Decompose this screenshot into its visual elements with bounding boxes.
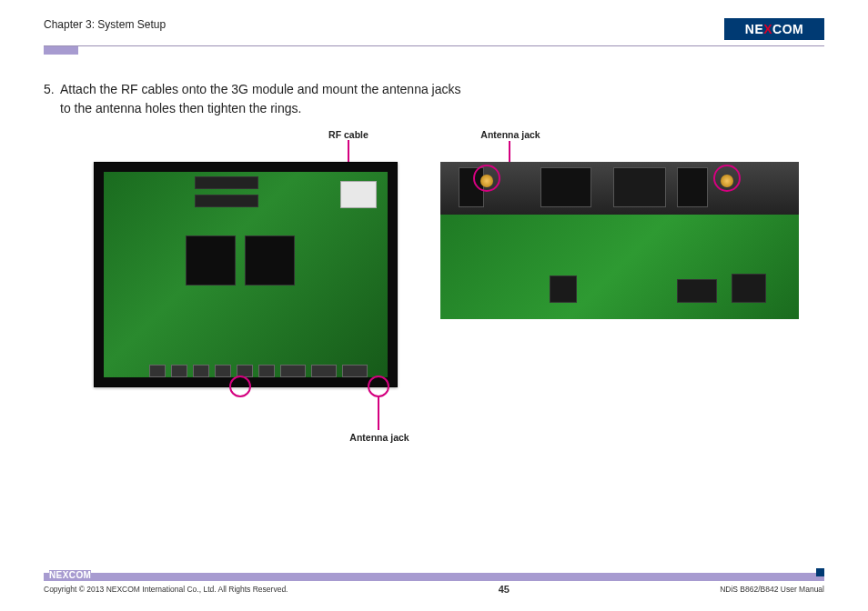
chip-small — [732, 274, 766, 303]
pcb-area — [104, 172, 388, 377]
label-antenna-jack-bottom: Antenna jack — [338, 432, 420, 443]
step-text: Attach the RF cables onto the 3G module … — [60, 80, 461, 118]
footer-bar: NEXCOM — [44, 573, 824, 581]
logo-text-x: X — [763, 22, 772, 36]
page-number: 45 — [499, 584, 510, 595]
callout-circle-antenna-bottom-left — [229, 376, 251, 397]
instruction-step: 5. Attach the RF cables onto the 3G modu… — [44, 80, 824, 118]
footer-line: Copyright © 2013 NEXCOM International Co… — [44, 584, 824, 595]
port — [215, 365, 231, 377]
front-ports — [149, 361, 369, 377]
footer-logo-post: COM — [69, 570, 92, 580]
callout-circle-antenna-bottom-right — [368, 376, 389, 397]
logo-text-pre: NE — [745, 22, 763, 36]
port-wide — [311, 365, 337, 377]
page-footer: NEXCOM Copyright © 2013 NEXCOM Internati… — [44, 573, 824, 595]
board-photo-top — [94, 162, 398, 387]
label-antenna-jack-top: Antenna jack — [469, 129, 551, 140]
chapter-title: Chapter 3: System Setup — [44, 18, 166, 31]
label-rf-cable: RF cable — [317, 129, 380, 140]
footer-logo-x: X — [63, 570, 69, 580]
footer-square-icon — [816, 568, 824, 576]
module-3g — [340, 181, 377, 208]
chip-cpu — [186, 235, 236, 285]
header-divider — [44, 45, 824, 46]
page-header: Chapter 3: System Setup NEXCOM — [0, 0, 868, 45]
port — [193, 365, 209, 377]
manual-name: NDiS B862/B842 User Manual — [720, 585, 824, 594]
callout-circle-rear-right — [713, 165, 741, 192]
port-wide — [342, 365, 368, 377]
rear-port — [677, 167, 708, 207]
logo-text-post: COM — [772, 22, 803, 36]
copyright-text: Copyright © 2013 NEXCOM International Co… — [44, 585, 288, 594]
chip-small — [677, 279, 717, 303]
rear-port — [540, 167, 591, 207]
chip-small — [550, 275, 577, 303]
content-area: 5. Attach the RF cables onto the 3G modu… — [0, 55, 868, 129]
callout-line-antenna-bottom — [378, 396, 379, 430]
step-text-line2: to the antenna holes then tighten the ri… — [60, 101, 301, 115]
footer-logo-pre: NE — [49, 570, 63, 580]
slot-pcie-1 — [195, 176, 258, 189]
chip-heatsink — [245, 235, 295, 285]
pcb-area-rear — [440, 215, 799, 319]
slot-pcie-2 — [195, 195, 258, 207]
footer-logo: NEXCOM — [49, 570, 91, 580]
port — [171, 365, 187, 377]
port-wide — [280, 365, 306, 377]
brand-logo: NEXCOM — [724, 18, 824, 40]
callout-circle-rear-left — [473, 165, 500, 192]
port — [258, 365, 275, 377]
header-accent-bar — [44, 46, 78, 55]
port — [149, 365, 166, 377]
step-text-line1: Attach the RF cables onto the 3G module … — [60, 82, 461, 96]
rear-port — [613, 167, 666, 207]
step-number: 5. — [44, 80, 60, 118]
